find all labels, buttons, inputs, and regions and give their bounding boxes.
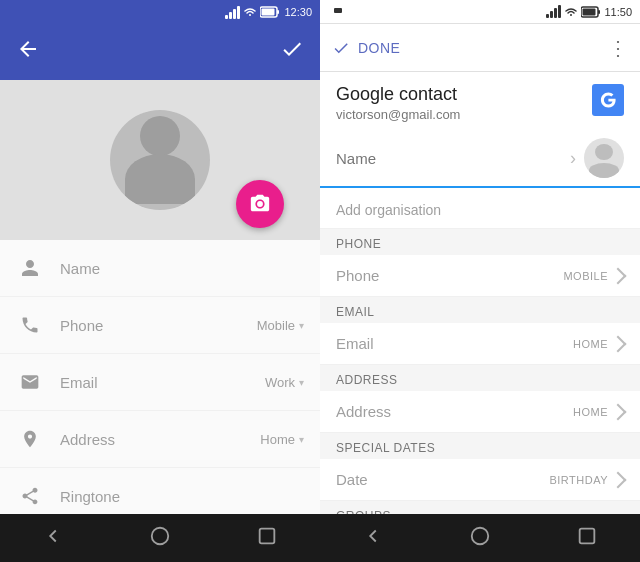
svg-point-10: [472, 528, 489, 545]
email-label: Email: [60, 374, 265, 391]
done-button[interactable]: DONE: [332, 39, 400, 57]
phone-arrow-icon: [610, 267, 627, 284]
check-icon: [280, 37, 304, 61]
right-recents-nav-button[interactable]: [576, 525, 598, 551]
right-back-nav-icon: [362, 525, 384, 547]
right-home-nav-button[interactable]: [469, 525, 491, 551]
google-account-icon: [592, 84, 624, 116]
special-dates-section-header: SPECIAL DATES: [320, 433, 640, 459]
phone-type: Mobile ▾: [257, 318, 304, 333]
address-section-header: ADDRESS: [320, 365, 640, 391]
email-right-label: Email: [336, 335, 573, 352]
date-right-type: BIRTHDAY: [549, 474, 608, 486]
right-panel: 11:50 DONE ⋮ Google contact victorson@gm…: [320, 0, 640, 562]
contact-type-label: Google contact: [336, 84, 592, 105]
svg-rect-8: [598, 10, 600, 14]
left-panel: 12:30: [0, 0, 320, 562]
address-arrow-icon: [610, 403, 627, 420]
ringtone-label: Ringtone: [60, 488, 304, 505]
phone-dropdown-icon: ▾: [299, 320, 304, 331]
svg-rect-1: [277, 10, 279, 14]
contact-email: victorson@gmail.com: [336, 107, 592, 122]
right-toolbar: DONE ⋮: [320, 24, 640, 72]
email-field-row[interactable]: Email Work ▾: [0, 354, 320, 411]
back-arrow-icon: [16, 37, 40, 61]
ringtone-icon: [16, 482, 44, 510]
address-field-row[interactable]: Address Home ▾: [0, 411, 320, 468]
avatar-head: [140, 116, 180, 156]
recents-nav-button[interactable]: [256, 525, 278, 551]
svg-rect-9: [583, 8, 596, 15]
ringtone-svg: [20, 486, 40, 506]
right-home-nav-icon: [469, 525, 491, 547]
done-label: DONE: [358, 40, 400, 56]
date-arrow-icon: [610, 471, 627, 488]
email-dropdown-icon: ▾: [299, 377, 304, 388]
left-status-icons: [225, 6, 280, 19]
battery-icon: [260, 6, 280, 18]
camera-fab-button[interactable]: [236, 180, 284, 228]
camera-icon: [249, 193, 271, 215]
email-right-type: HOME: [573, 338, 608, 350]
location-icon: [16, 425, 44, 453]
phone-section-header: PHONE: [320, 229, 640, 255]
email-section-header: EMAIL: [320, 297, 640, 323]
home-nav-button[interactable]: [149, 525, 171, 551]
add-organisation-row[interactable]: Add organisation: [320, 192, 640, 229]
check-button[interactable]: [280, 37, 304, 67]
avatar-body: [125, 154, 195, 204]
left-toolbar: [0, 24, 320, 80]
back-nav-button[interactable]: [42, 525, 64, 551]
svg-rect-6: [334, 8, 342, 13]
google-g-icon: [599, 91, 617, 109]
phone-field-row[interactable]: Phone Mobile ▾: [0, 297, 320, 354]
home-nav-icon: [149, 525, 171, 547]
svg-rect-2: [262, 9, 275, 16]
phone-right-row[interactable]: Phone MOBILE: [320, 255, 640, 297]
address-dropdown-icon: ▾: [299, 434, 304, 445]
avatar-section: [0, 80, 320, 240]
location-svg: [20, 429, 40, 449]
svg-point-3: [257, 201, 263, 207]
phone-svg: [20, 315, 40, 335]
address-right-row[interactable]: Address HOME: [320, 391, 640, 433]
phone-label: Phone: [60, 317, 257, 334]
person-svg: [20, 258, 40, 278]
left-status-bar: 12:30: [0, 0, 320, 24]
phone-right-label: Phone: [336, 267, 563, 284]
wifi-icon: [243, 6, 257, 18]
svg-rect-11: [579, 529, 594, 544]
svg-rect-5: [259, 529, 274, 544]
name-label: Name: [60, 260, 304, 277]
recents-nav-icon: [256, 525, 278, 547]
signal-icon: [225, 6, 240, 19]
right-battery-icon: [581, 6, 601, 18]
notifications-icon: [332, 6, 344, 18]
right-recents-nav-icon: [576, 525, 598, 547]
back-button[interactable]: [16, 37, 40, 67]
address-label: Address: [60, 431, 260, 448]
left-nav-bar: [0, 514, 320, 562]
name-expand-icon: ›: [570, 148, 576, 169]
contact-avatar-thumb: [584, 138, 624, 178]
email-right-row[interactable]: Email HOME: [320, 323, 640, 365]
back-nav-icon: [42, 525, 64, 547]
ringtone-field-row[interactable]: Ringtone: [0, 468, 320, 514]
form-list: Name Phone Mobile ▾ Email: [0, 240, 320, 514]
date-right-row[interactable]: Date BIRTHDAY: [320, 459, 640, 501]
email-arrow-icon: [610, 335, 627, 352]
person-icon: [16, 254, 44, 282]
groups-section-header: GROUPS: [320, 501, 640, 514]
email-icon: [16, 368, 44, 396]
phone-right-type: MOBILE: [563, 270, 608, 282]
more-options-button[interactable]: ⋮: [608, 36, 628, 60]
right-back-nav-button[interactable]: [362, 525, 384, 551]
name-input[interactable]: [336, 150, 570, 167]
add-org-label: Add organisation: [336, 202, 441, 218]
name-field-row[interactable]: Name: [0, 240, 320, 297]
date-right-label: Date: [336, 471, 549, 488]
address-right-label: Address: [336, 403, 573, 420]
address-right-type: HOME: [573, 406, 608, 418]
name-input-row[interactable]: ›: [320, 130, 640, 188]
left-time: 12:30: [284, 6, 312, 18]
